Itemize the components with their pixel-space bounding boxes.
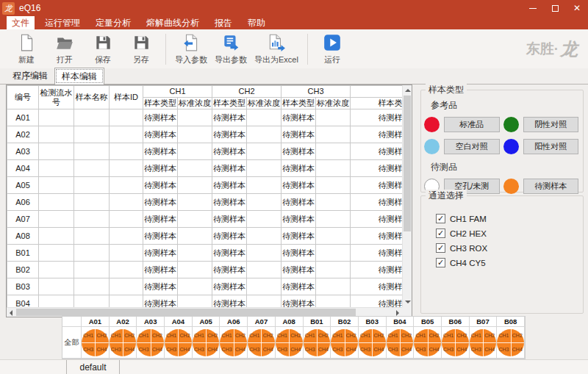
menu-item-quantitative-analysis[interactable]: 定量分析	[90, 16, 136, 29]
tab-sample-edit[interactable]: 样本编辑	[54, 68, 104, 84]
cell-a08-6[interactable]: 待测样本	[212, 228, 247, 245]
cell-a03-3[interactable]	[110, 143, 143, 160]
save-button[interactable]: 保存	[84, 32, 122, 67]
cell-b04-0[interactable]: B04	[7, 295, 39, 308]
cell-b01-8[interactable]: 待测样本	[282, 245, 316, 262]
cell-a06-1[interactable]	[39, 194, 74, 211]
cell-a04-2[interactable]	[74, 160, 110, 177]
cell-a08-1[interactable]	[39, 228, 74, 245]
well-cell-b03[interactable]: CH1CH2CH3CH4	[359, 327, 387, 359]
well-column-header-a07[interactable]: A07	[248, 317, 276, 327]
plate-tab-default[interactable]: default	[66, 360, 120, 374]
cell-b02-6[interactable]: 待测样本	[212, 262, 247, 278]
close-button[interactable]: ✕	[566, 0, 588, 16]
cell-a08-10[interactable]: 待测样本	[351, 228, 402, 245]
cell-b04-8[interactable]: 待测样本	[282, 295, 316, 308]
cell-a08-5[interactable]	[178, 228, 212, 245]
cell-a04-7[interactable]	[247, 160, 282, 177]
cell-a08-7[interactable]	[247, 228, 282, 245]
well-column-header-a02[interactable]: A02	[110, 317, 137, 327]
cell-a03-6[interactable]: 待测样本	[212, 143, 247, 160]
cell-a06-4[interactable]: 待测样本	[143, 194, 178, 211]
cell-a07-10[interactable]: 待测样本	[351, 211, 402, 228]
well-cell-a07[interactable]: CH1CH2CH3CH4	[248, 327, 276, 359]
well-column-header-b06[interactable]: B06	[442, 317, 470, 327]
well-circle-a03[interactable]: CH1CH2CH3CH4	[137, 329, 164, 356]
well-cell-b01[interactable]: CH1CH2CH3CH4	[304, 327, 331, 359]
run-button[interactable]: 运行	[313, 32, 351, 67]
well-circle-a01[interactable]: CH1CH2CH3CH4	[82, 329, 109, 356]
cell-b04-9[interactable]	[316, 295, 351, 308]
cell-a07-6[interactable]: 待测样本	[212, 211, 247, 228]
cell-a02-8[interactable]: 待测样本	[282, 126, 316, 143]
cell-b04-2[interactable]	[74, 295, 110, 308]
cell-b02-2[interactable]	[74, 262, 110, 278]
new-button[interactable]: 新建	[7, 32, 46, 67]
cell-b04-5[interactable]	[178, 295, 212, 308]
well-column-header-a01[interactable]: A01	[82, 317, 110, 327]
tab-program-edit[interactable]: 程序编辑	[6, 68, 54, 84]
cell-a05-2[interactable]	[74, 177, 110, 194]
cell-a02-1[interactable]	[39, 126, 74, 143]
well-circle-b04[interactable]: CH1CH2CH3CH4	[387, 329, 414, 356]
well-column-header-b05[interactable]: B05	[414, 317, 442, 327]
cell-a06-2[interactable]	[74, 194, 110, 211]
cell-a05-4[interactable]: 待测样本	[143, 177, 178, 194]
standard-button[interactable]: 标准品	[444, 117, 500, 132]
cell-a01-0[interactable]: A01	[7, 109, 39, 126]
cell-a01-3[interactable]	[110, 109, 143, 126]
minimize-button[interactable]	[522, 0, 544, 16]
menu-item-run-management[interactable]: 运行管理	[40, 16, 85, 29]
well-column-header-a05[interactable]: A05	[193, 317, 220, 327]
well-circle-b08[interactable]: CH1CH2CH3CH4	[497, 329, 524, 356]
negative-control-button[interactable]: 阴性对照	[523, 117, 579, 132]
well-cell-a02[interactable]: CH1CH2CH3CH4	[110, 327, 137, 359]
open-button[interactable]: 打开	[46, 32, 84, 67]
cell-a04-0[interactable]: A04	[7, 160, 39, 177]
cell-a08-4[interactable]: 待测样本	[143, 228, 178, 245]
well-circle-a02[interactable]: CH1CH2CH3CH4	[110, 329, 137, 356]
menu-item-file[interactable]: 文件	[7, 16, 35, 29]
cell-b03-5[interactable]	[178, 278, 212, 295]
ch3-rox-checkbox[interactable]: ✓	[436, 243, 445, 253]
cell-a03-2[interactable]	[74, 143, 110, 160]
cell-b03-10[interactable]: 待测样本	[351, 278, 402, 295]
cell-b01-4[interactable]: 待测样本	[143, 245, 178, 262]
cell-a01-2[interactable]	[74, 109, 110, 126]
well-column-header-b08[interactable]: B08	[497, 317, 525, 327]
cell-b02-3[interactable]	[110, 262, 143, 278]
save-as-button[interactable]: 另存	[122, 32, 160, 67]
cell-b02-4[interactable]: 待测样本	[143, 262, 178, 278]
export-params-button[interactable]: 导出参数	[211, 32, 251, 67]
cell-b02-1[interactable]	[39, 262, 74, 278]
cell-b01-1[interactable]	[39, 245, 74, 262]
well-circle-a06[interactable]: CH1CH2CH3CH4	[220, 329, 247, 356]
cell-a04-4[interactable]: 待测样本	[143, 160, 178, 177]
cell-a01-9[interactable]	[316, 109, 351, 126]
well-circle-a04[interactable]: CH1CH2CH3CH4	[165, 329, 192, 356]
well-cell-a05[interactable]: CH1CH2CH3CH4	[193, 327, 220, 359]
cell-a02-5[interactable]	[178, 126, 212, 143]
well-cell-a06[interactable]: CH1CH2CH3CH4	[220, 327, 248, 359]
cell-a03-0[interactable]: A03	[7, 143, 39, 160]
cell-b03-1[interactable]	[39, 278, 74, 295]
cell-b02-10[interactable]: 待测样本	[351, 262, 402, 278]
cell-a04-8[interactable]: 待测样本	[282, 160, 316, 177]
cell-b01-2[interactable]	[74, 245, 110, 262]
cell-b03-9[interactable]	[316, 278, 351, 295]
well-column-header-b07[interactable]: B07	[470, 317, 498, 327]
cell-b03-4[interactable]: 待测样本	[143, 278, 178, 295]
well-cell-a08[interactable]: CH1CH2CH3CH4	[276, 327, 304, 359]
cell-b02-5[interactable]	[178, 262, 212, 278]
well-circle-b05[interactable]: CH1CH2CH3CH4	[414, 329, 441, 356]
cell-a05-8[interactable]: 待测样本	[282, 177, 316, 194]
cell-b03-6[interactable]: 待测样本	[212, 278, 247, 295]
cell-a06-6[interactable]: 待测样本	[212, 194, 247, 211]
positive-control-button[interactable]: 阳性对照	[523, 139, 579, 154]
well-cell-b08[interactable]: CH1CH2CH3CH4	[497, 327, 525, 359]
cell-b01-10[interactable]: 待测样本	[351, 245, 402, 262]
cell-a03-10[interactable]: 待测样本	[351, 143, 402, 160]
cell-a04-10[interactable]: 待测样本	[351, 160, 402, 177]
cell-b04-10[interactable]: 待测样本	[351, 295, 402, 308]
ch1-fam-checkbox[interactable]: ✓	[436, 214, 445, 223]
